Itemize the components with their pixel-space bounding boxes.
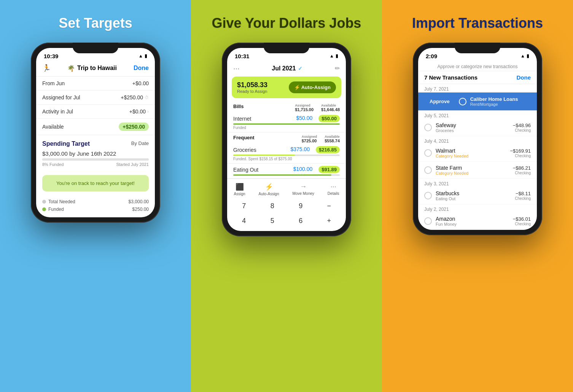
eating-out-row[interactable]: Eating Out $100.00 $91.89 xyxy=(227,164,346,178)
caliber-circle[interactable] xyxy=(459,98,466,105)
edit-icon[interactable]: ✏ xyxy=(335,65,340,72)
legend-item-total: Total Needed $3,000.00 xyxy=(42,199,149,204)
amazon-account: Checking xyxy=(513,222,531,226)
p1-available-label: Available xyxy=(42,124,64,130)
frequent-section-header: Frequent Assigned $725.00 Available $558… xyxy=(227,132,346,144)
details-label: Details xyxy=(328,191,339,196)
assign-tool[interactable]: ⬛ Assign xyxy=(234,183,245,196)
p2-assign-bar: $1,058.33 Ready to Assign ⚡ Auto-Assign xyxy=(232,76,341,98)
internet-bar-fill xyxy=(233,123,340,125)
key-minus[interactable]: − xyxy=(315,199,343,213)
p1-done-btn[interactable]: Done xyxy=(134,65,149,72)
internet-row[interactable]: Internet $50.00 $50.00 Funded xyxy=(227,113,346,132)
statefarm-row[interactable]: State Farm Category Needed −$86.21 Check… xyxy=(418,162,537,179)
status-time-3: 2:09 xyxy=(426,53,437,59)
statefarm-circle[interactable] xyxy=(424,166,432,174)
groceries-row[interactable]: Groceries $375.00 $216.85 Funded. Spent … xyxy=(227,144,346,164)
p2-header: ··· Jul 2021 ✓ ✏ xyxy=(227,62,346,76)
statefarm-info: State Farm Category Needed xyxy=(436,165,509,175)
p2-auto-assign-btn[interactable]: ⚡ Auto-Assign xyxy=(289,81,336,93)
p3-done-btn[interactable]: Done xyxy=(517,74,531,81)
phone-screen-2: 10:31 ▲ ▮ ··· Jul 2021 ✓ ✏ $1,058.33 xyxy=(227,48,346,231)
phone-frame-3: 2:09 ▲ ▮ Approve or categorize new trans… xyxy=(413,43,542,235)
key-4[interactable]: 4 xyxy=(230,214,258,228)
walmart-circle[interactable] xyxy=(424,149,432,157)
eating-out-available: $91.89 xyxy=(318,166,340,173)
key-7[interactable]: 7 xyxy=(230,199,258,213)
legend-total-value: $3,000.00 xyxy=(129,199,149,204)
p1-spending-header: Spending Target By Date xyxy=(42,140,149,147)
status-icons-3: ▲ ▮ xyxy=(520,53,529,59)
amazon-row[interactable]: Amazon Fun Money −$36.01 Checking xyxy=(418,213,537,230)
p2-assign-info: $1,058.33 Ready to Assign xyxy=(237,81,267,94)
move-money-tool[interactable]: → Move Money xyxy=(293,183,314,196)
safeway-info: Safeway Groceries xyxy=(436,122,509,133)
p2-toolbar: ⬛ Assign ⚡ Auto-Assign → Move Money ··· … xyxy=(227,178,346,198)
p1-activity-label: Activity in Jul xyxy=(42,108,73,115)
key-plus[interactable]: + xyxy=(315,214,343,228)
p2-keypad: 7 8 9 − 4 5 6 + xyxy=(227,198,346,231)
starbucks-row[interactable]: Starbucks Eating Out −$8.11 Checking xyxy=(418,187,537,204)
frequent-label: Frequent xyxy=(233,135,255,143)
p1-available-badge[interactable]: +$250.00 xyxy=(119,123,149,131)
starbucks-circle[interactable] xyxy=(424,192,432,199)
internet-label: Internet xyxy=(233,116,251,122)
walmart-category: Category Needed xyxy=(436,154,506,158)
key-6[interactable]: 6 xyxy=(287,214,315,228)
spending-progress-fill xyxy=(42,158,51,161)
details-icon: ··· xyxy=(331,183,336,191)
auto-assign-tool[interactable]: ⚡ Auto-Assign xyxy=(259,183,279,196)
safeway-amount: −$48.96 xyxy=(513,123,531,128)
assign-icon: ⬛ xyxy=(236,183,244,191)
p1-track-msg: You're on track to reach your target! xyxy=(42,175,149,191)
amazon-info: Amazon Fun Money xyxy=(436,216,509,226)
bills-columns: Assigned $1,715.00 Available $1,646.48 xyxy=(295,104,340,112)
safeway-row[interactable]: Safeway Groceries −$48.96 Checking xyxy=(418,119,537,136)
statefarm-amount: −$86.21 xyxy=(513,165,531,171)
walmart-account: Checking xyxy=(510,154,531,158)
move-money-label: Move Money xyxy=(293,191,314,196)
walmart-amount: −$169.91 xyxy=(510,148,531,154)
key-5[interactable]: 5 xyxy=(259,214,286,228)
assign-label: Assign xyxy=(234,192,245,196)
key-8[interactable]: 8 xyxy=(259,199,286,213)
caliber-name: Caliber Home Loans xyxy=(470,96,531,102)
p1-activity-row[interactable]: Activity in Jul +$0.00 › xyxy=(36,105,155,119)
amazon-circle[interactable] xyxy=(424,217,432,225)
eating-out-bar xyxy=(233,174,340,176)
phone-notch-1 xyxy=(73,43,118,53)
phone-frame-1: 10:39 ▲ ▮ 🏃 🌴 Trip to Hawaii Done From J… xyxy=(31,43,160,223)
key-9[interactable]: 9 xyxy=(287,199,315,213)
run-icon: 🏃 xyxy=(42,64,51,72)
groceries-bar xyxy=(233,155,340,156)
eating-out-bar-fill xyxy=(233,174,331,176)
spending-by-date: By Date xyxy=(131,140,149,147)
battery-icon-2: ▮ xyxy=(336,53,338,59)
eating-out-row-top: Eating Out $100.00 $91.89 xyxy=(233,166,340,173)
internet-available: $50.00 xyxy=(318,115,340,122)
funded-pct-label: 8% Funded xyxy=(42,162,64,167)
walmart-row[interactable]: Walmart Category Needed −$169.91 Checkin… xyxy=(418,145,537,162)
panel-set-targets: Set Targets 10:39 ▲ ▮ 🏃 🌴 Trip to Hawaii… xyxy=(0,0,191,392)
auto-assign-icon: ⚡ xyxy=(265,183,273,191)
p1-from-jun-label: From Jun xyxy=(42,80,65,86)
p1-assigned-label: Assigned for Jul xyxy=(42,94,80,100)
groceries-row-top: Groceries $375.00 $216.85 xyxy=(233,146,340,153)
legend-total-label: Total Needed xyxy=(48,199,75,204)
frequent-columns: Assigned $725.00 Available $558.74 xyxy=(302,135,340,143)
bills-label: Bills xyxy=(233,104,244,112)
approve-btn[interactable]: Approve xyxy=(424,96,455,107)
date-july3: July 3, 2021 xyxy=(418,179,537,187)
panel3-title: Import Transactions xyxy=(412,15,543,31)
menu-dots-icon[interactable]: ··· xyxy=(233,64,240,73)
statefarm-right: −$86.21 Checking xyxy=(513,165,531,175)
legend-funded-label: Funded xyxy=(48,207,64,212)
caliber-approve-row[interactable]: Approve Caliber Home Loans Rent/Mortgage xyxy=(418,92,537,111)
check-icon: ✓ xyxy=(298,65,302,72)
details-tool[interactable]: ··· Details xyxy=(328,183,339,196)
status-icons-1: ▲ ▮ xyxy=(138,53,147,59)
safeway-circle[interactable] xyxy=(424,124,432,131)
statefarm-account: Checking xyxy=(513,171,531,175)
p1-from-jun-row: From Jun +$0.00 xyxy=(36,76,155,91)
phone-notch-2 xyxy=(264,43,309,53)
